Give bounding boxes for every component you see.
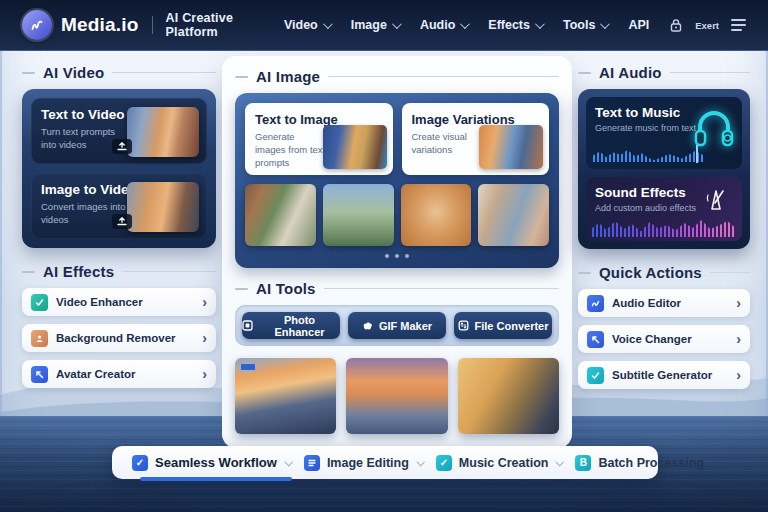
upload-icon[interactable] <box>112 139 132 154</box>
item-label: Voice Changer <box>612 333 728 345</box>
button-label: File Converter <box>475 320 549 332</box>
mediaio-logo-icon[interactable] <box>22 10 52 40</box>
image-editing-item[interactable]: Image Editing <box>304 455 427 471</box>
nav-item-label: Video <box>284 18 318 32</box>
sound-effects-card[interactable]: Sound Effects Add custom audio effects <box>586 177 742 241</box>
heading-rule <box>122 271 216 272</box>
nav-item-video[interactable]: Video <box>284 18 330 32</box>
batch-processing-item[interactable]: B Batch Processing <box>575 455 704 471</box>
button-label: GIF Maker <box>379 320 432 332</box>
chevron-down-icon <box>460 19 470 29</box>
showcase-photo[interactable] <box>458 358 559 434</box>
gallery-photo[interactable] <box>323 184 394 246</box>
carousel-dot[interactable] <box>395 254 399 258</box>
upload-icon[interactable] <box>112 214 132 229</box>
button-label: Photo Enhancer <box>259 314 340 338</box>
waveform-purple <box>592 217 736 237</box>
card-description: Generate images from text prompts <box>255 131 326 169</box>
ai-video-panel: Text to Video Turn text prompts into vid… <box>22 89 216 248</box>
nav-item-image[interactable]: Image <box>351 18 399 32</box>
carousel-dots <box>245 254 549 258</box>
heading-dash <box>235 288 248 290</box>
hamburger-menu-icon[interactable] <box>731 19 746 31</box>
voice-changer-item[interactable]: Voice Changer › <box>578 325 750 353</box>
nav-item-label: API <box>628 18 649 32</box>
text-to-music-card[interactable]: Text to Music Generate music from text <box>586 97 742 169</box>
lock-icon[interactable] <box>669 18 683 33</box>
subtitle-generator-item[interactable]: Subtitle Generator › <box>578 361 750 389</box>
showcase-photos <box>235 358 559 434</box>
nav-item-audio[interactable]: Audio <box>420 18 467 32</box>
file-converter-button[interactable]: File Converter <box>454 312 552 339</box>
checkbox-icon: ✓ <box>132 455 148 471</box>
card-description: Generate music from text <box>595 123 733 133</box>
quick-actions-heading-row: Quick Actions <box>578 264 750 281</box>
footer-item-label: Music Creation <box>459 456 549 470</box>
chevron-right-icon: › <box>202 367 207 381</box>
heading-rule <box>112 72 216 73</box>
showcase-photo[interactable] <box>235 358 336 434</box>
nav-item-label: Audio <box>420 18 455 32</box>
right-column: AI Audio Text to Music Generate music fr… <box>578 64 750 397</box>
audio-editor-icon <box>587 295 604 312</box>
carousel-dot[interactable] <box>385 254 389 258</box>
image-to-video-card[interactable]: Image to Video Convert images into video… <box>31 173 207 239</box>
gif-maker-icon <box>362 320 373 331</box>
video-enhancer-icon <box>31 294 48 311</box>
chevron-right-icon: › <box>202 295 207 309</box>
image-variations-card[interactable]: Image Variations Create visual variation… <box>402 103 550 175</box>
chevron-right-icon: › <box>736 296 741 310</box>
text-to-video-thumbnail <box>127 107 199 157</box>
card-description: Create visual variations <box>412 131 483 157</box>
document-icon <box>304 455 320 471</box>
carousel-dot[interactable] <box>405 254 409 258</box>
ai-video-heading: AI Video <box>43 64 104 81</box>
footer-item-label: Image Editing <box>327 456 409 470</box>
background-remover-item[interactable]: Background Remover › <box>22 324 216 352</box>
top-navbar: Media.io AI Creative Platform Video Imag… <box>0 0 768 51</box>
footer-item-label: Seamless Workflow <box>155 455 277 470</box>
checkbox-icon: ✓ <box>436 455 452 471</box>
ai-image-panel: Text to Image Generate images from text … <box>235 93 559 268</box>
photo-enhancer-icon <box>242 320 253 331</box>
exert-label[interactable]: Exert <box>695 20 719 31</box>
image-to-video-thumbnail <box>127 182 199 232</box>
heading-rule <box>710 272 750 273</box>
music-creation-item[interactable]: ✓ Music Creation <box>436 455 567 471</box>
nav-item-api[interactable]: API <box>628 18 649 32</box>
text-to-image-card[interactable]: Text to Image Generate images from text … <box>245 103 393 175</box>
gallery-photo[interactable] <box>478 184 549 246</box>
showcase-photo[interactable] <box>346 358 447 434</box>
mediaio-app: Media.io AI Creative Platform Video Imag… <box>0 0 768 512</box>
video-enhancer-item[interactable]: Video Enhancer › <box>22 288 216 316</box>
nav-divider <box>152 16 153 34</box>
nav-item-effects[interactable]: Effects <box>488 18 542 32</box>
avatar-creator-item[interactable]: Avatar Creator › <box>22 360 216 388</box>
audio-editor-item[interactable]: Audio Editor › <box>578 289 750 317</box>
heading-dash <box>22 271 35 273</box>
item-label: Background Remover <box>56 332 194 344</box>
left-column: AI Video Text to Video Turn text prompts… <box>22 64 216 396</box>
chevron-down-icon <box>323 19 333 29</box>
text-to-video-card[interactable]: Text to Video Turn text prompts into vid… <box>31 98 207 164</box>
ai-effects-heading: AI Effects <box>43 263 114 280</box>
gallery-photo[interactable] <box>245 184 316 246</box>
item-label: Avatar Creator <box>56 368 194 380</box>
gallery-photo[interactable] <box>401 184 472 246</box>
ai-effects-heading-row: AI Effects <box>22 263 216 280</box>
seamless-workflow-item[interactable]: ✓ Seamless Workflow <box>132 455 295 471</box>
photo-enhancer-button[interactable]: Photo Enhancer <box>242 312 340 339</box>
metronome-icon <box>700 185 730 215</box>
chevron-down-icon <box>284 458 292 466</box>
gif-maker-button[interactable]: GIF Maker <box>348 312 446 339</box>
ai-audio-panel: Text to Music Generate music from text S… <box>578 89 750 249</box>
chevron-right-icon: › <box>202 331 207 345</box>
heading-dash <box>22 72 35 74</box>
voice-changer-icon <box>587 331 604 348</box>
chevron-down-icon <box>535 19 545 29</box>
nav-item-label: Tools <box>563 18 595 32</box>
nav-item-tools[interactable]: Tools <box>563 18 607 32</box>
heading-dash <box>578 72 591 74</box>
chevron-down-icon <box>600 19 610 29</box>
ai-image-cards: Text to Image Generate images from text … <box>245 103 549 175</box>
